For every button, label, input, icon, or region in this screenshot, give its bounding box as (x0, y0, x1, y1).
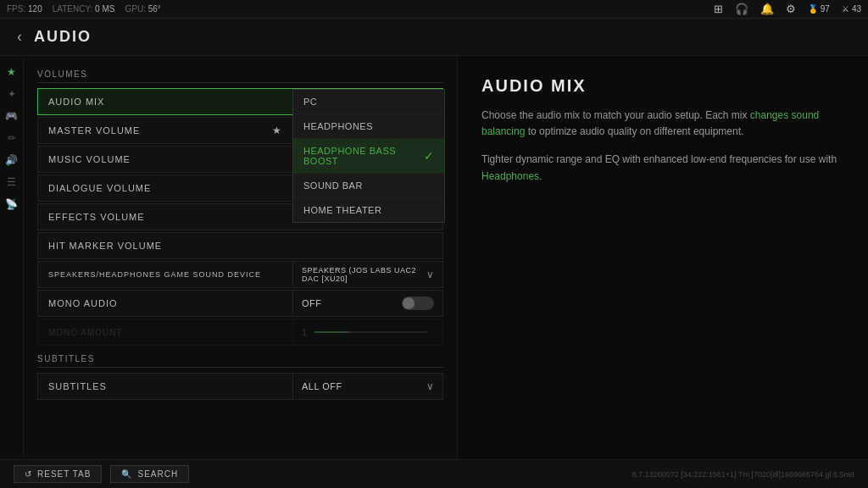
slider-track (314, 331, 427, 333)
mono-audio-row[interactable]: MONO AUDIO OFF (37, 290, 443, 317)
chevron-down-icon-2: ∨ (426, 380, 435, 392)
gear-icon[interactable]: ⚙ (786, 3, 796, 15)
version-text: 8.7.13200072 [34:222:1561+1] Tm [7020[dl… (632, 470, 854, 479)
mono-audio-value[interactable]: OFF (292, 291, 442, 316)
score-badge-2: ⚔ 43 (842, 4, 861, 14)
sidebar-icon-menu[interactable]: ☰ (3, 173, 21, 191)
music-volume-label: MUSIC VOLUME (38, 147, 292, 172)
main-layout: ★ ✦ 🎮 ✏ 🔊 ☰ 📡 VOLUMES AUDIO MIX HEADPHON… (0, 56, 868, 459)
medal-icon: 🏅 (808, 4, 818, 14)
info-paragraph-1: Choose the audio mix to match your audio… (481, 108, 844, 140)
effects-volume-label: EFFECTS VOLUME (38, 204, 292, 230)
gpu-stat: GPU: 56° (125, 4, 160, 14)
bell-icon[interactable]: 🔔 (760, 3, 774, 15)
mono-audio-toggle[interactable] (402, 297, 434, 310)
latency-stat: LATENCY: 0 MS (53, 4, 115, 14)
info-paragraph-2: Tighter dynamic range and EQ with enhanc… (481, 152, 844, 184)
star-icon[interactable]: ★ (272, 125, 282, 136)
settings-panel: VOLUMES AUDIO MIX HEADPHONE BASS BOOST ∧… (24, 56, 458, 459)
audio-mix-row[interactable]: AUDIO MIX HEADPHONE BASS BOOST ∧ PC HEAD… (37, 88, 443, 115)
mono-audio-label: MONO AUDIO (38, 291, 292, 316)
left-sidebar: ★ ✦ 🎮 ✏ 🔊 ☰ 📡 (0, 56, 24, 459)
mono-amount-row: MONO AMOUNT 1 (37, 319, 443, 346)
sound-device-label: SPEAKERS/HEADPHONES GAME SOUND DEVICE (38, 262, 292, 287)
search-button[interactable]: 🔍 SEARCH (110, 465, 189, 483)
sidebar-icon-gamepad[interactable]: 🎮 (3, 107, 21, 125)
dropdown-item-home-theater[interactable]: HOME THEATER (293, 198, 444, 222)
info-title: AUDIO MIX (481, 76, 844, 96)
dropdown-item-bass-boost[interactable]: HEADPHONE BASS BOOST ✓ (293, 139, 444, 174)
team-icon: ⚔ (842, 4, 849, 14)
subtitles-row[interactable]: SUBTITLES ALL OFF ∨ (37, 373, 443, 400)
top-bar: FPS: 120 LATENCY: 0 MS GPU: 56° ⊞ 🎧 🔔 ⚙ … (0, 0, 868, 19)
subtitles-label: SUBTITLES (38, 374, 292, 399)
reset-icon: ↺ (25, 469, 32, 479)
top-bar-right: ⊞ 🎧 🔔 ⚙ 🏅 97 ⚔ 43 (714, 3, 861, 15)
hit-marker-volume-row[interactable]: HIT MARKER VOLUME (37, 232, 443, 259)
sidebar-icon-signal[interactable]: 📡 (3, 195, 21, 214)
score-badge-1: 🏅 97 (808, 4, 830, 14)
mono-amount-value: 1 (292, 319, 442, 345)
stats-bar: FPS: 120 LATENCY: 0 MS GPU: 56° (7, 4, 161, 14)
sidebar-icon-edit[interactable]: ✏ (3, 129, 21, 147)
sound-device-row[interactable]: SPEAKERS/HEADPHONES GAME SOUND DEVICE SP… (37, 261, 443, 288)
bottom-bar: ↺ RESET TAB 🔍 SEARCH 8.7.13200072 [34:22… (0, 459, 868, 488)
subtitles-value[interactable]: ALL OFF ∨ (292, 374, 442, 399)
dropdown-item-headphones[interactable]: HEADPHONES (293, 114, 444, 139)
volumes-section-label: VOLUMES (37, 69, 443, 83)
dialogue-volume-label: DIALOGUE VOLUME (38, 175, 292, 201)
header: ‹ AUDIO (0, 19, 868, 56)
back-button[interactable]: ‹ (17, 28, 22, 46)
sidebar-icon-star[interactable]: ★ (3, 63, 21, 81)
sidebar-icon-audio[interactable]: 🔊 (3, 151, 21, 169)
audio-mix-label: AUDIO MIX (38, 89, 292, 114)
grid-icon[interactable]: ⊞ (714, 3, 723, 15)
mono-amount-slider (308, 331, 434, 333)
page-title: AUDIO (34, 28, 92, 46)
mono-amount-label: MONO AMOUNT (38, 319, 292, 345)
master-volume-label: MASTER VOLUME ★ (38, 118, 292, 143)
sound-device-value[interactable]: SPEAKERS (JOS LABS UAC2 DAC [XU20] ∨ (292, 262, 442, 287)
headphones-icon[interactable]: 🎧 (735, 3, 748, 15)
dropdown-item-sound-bar[interactable]: SOUND BAR (293, 174, 444, 198)
check-icon: ✓ (424, 149, 435, 163)
headphones-link[interactable]: Headphones (481, 170, 539, 182)
hit-marker-volume-label: HIT MARKER VOLUME (38, 233, 292, 258)
toggle-knob (403, 297, 415, 309)
subtitles-section-label: SUBTITLES (37, 354, 443, 368)
dropdown-item-pc[interactable]: PC (293, 90, 444, 114)
slider-fill (314, 331, 348, 333)
fps-stat: FPS: 120 (7, 4, 42, 14)
sidebar-icon-diamond[interactable]: ✦ (3, 85, 21, 103)
chevron-down-icon: ∨ (426, 269, 435, 280)
reset-tab-button[interactable]: ↺ RESET TAB (14, 465, 102, 483)
search-icon: 🔍 (121, 469, 132, 479)
info-panel: AUDIO MIX Choose the audio mix to match … (458, 56, 868, 459)
audio-mix-dropdown[interactable]: PC HEADPHONES HEADPHONE BASS BOOST ✓ SOU… (292, 89, 445, 223)
